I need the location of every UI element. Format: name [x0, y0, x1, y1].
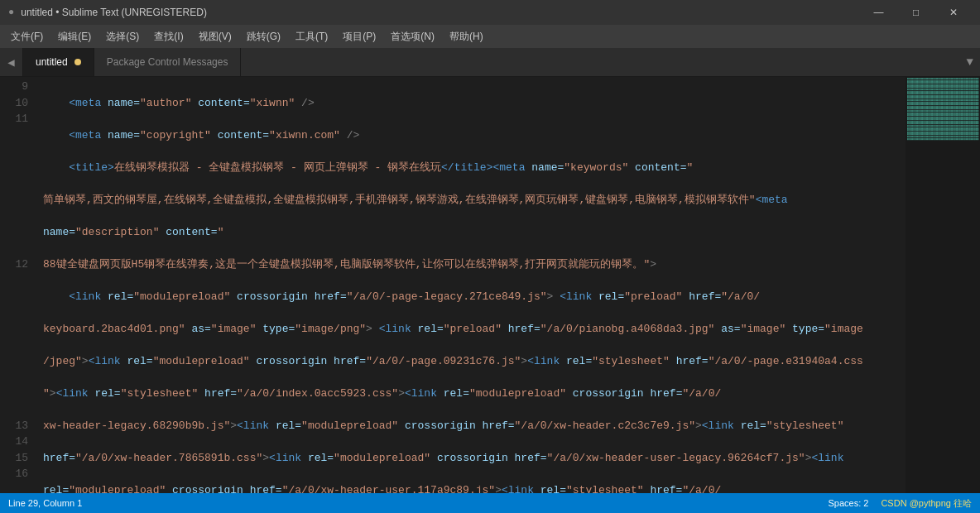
line-number: 14	[0, 434, 28, 450]
code-line-9: <meta name="author" content="xiwnn" />	[43, 95, 906, 112]
code-line-10: <meta name="copyright" content="xiwnn.co…	[43, 127, 906, 144]
line-number	[0, 401, 28, 418]
menu-project[interactable]: 项目(P)	[336, 27, 382, 46]
editor: 9 10 11 12 13 14 15 16 17 18 <meta name=…	[0, 77, 980, 493]
tab-label-package-control: Package Control Messages	[107, 56, 228, 68]
line-number	[0, 289, 28, 305]
tab-untitled[interactable]: untitled	[23, 48, 94, 76]
titlebar-left: ● untitled • Sublime Text (UNREGISTERED)	[8, 7, 207, 18]
line-number: 13	[0, 418, 28, 434]
titlebar-controls[interactable]: — □ ✕	[860, 0, 972, 25]
tab-package-control[interactable]: Package Control Messages	[94, 48, 242, 76]
line-number: 12	[0, 256, 28, 273]
menu-prefs[interactable]: 首选项(N)	[384, 27, 441, 46]
tab-label-untitled: untitled	[36, 56, 68, 68]
code-line-12e: xw-header-legacy.68290b9b.js"><link rel=…	[43, 418, 906, 434]
tab-nav-button[interactable]: ◀	[0, 48, 23, 76]
line-number	[0, 192, 28, 209]
minimap: ████████████████████████████████████████…	[906, 77, 980, 493]
line-number: 11	[0, 111, 28, 127]
menu-edit[interactable]: 编辑(E)	[51, 27, 98, 46]
line-number	[0, 240, 28, 256]
line-number	[0, 224, 28, 241]
code-line-11c: name="description" content="	[43, 224, 906, 241]
minimize-button[interactable]: —	[860, 0, 897, 25]
menu-view[interactable]: 视图(V)	[192, 27, 238, 46]
menu-select[interactable]: 选择(S)	[99, 27, 146, 46]
cursor-position: Line 29, Column 1	[8, 498, 82, 508]
line-number	[0, 386, 28, 402]
chevron-down-icon[interactable]: ▼	[967, 55, 973, 69]
code-line-12c: /jpeg"><link rel="modulepreload" crossor…	[43, 353, 906, 370]
menu-goto[interactable]: 跳转(G)	[240, 27, 287, 46]
tabbar: ◀ untitled Package Control Messages ▼	[0, 48, 980, 77]
menu-file[interactable]: 文件(F)	[4, 27, 50, 46]
line-number	[0, 160, 28, 176]
line-number	[0, 353, 28, 370]
line-number	[0, 369, 28, 386]
line-number: 10	[0, 95, 28, 112]
line-number	[0, 127, 28, 144]
titlebar-title: untitled • Sublime Text (UNREGISTERED)	[21, 7, 207, 18]
statusbar-left: Line 29, Column 1	[8, 498, 82, 508]
line-number	[0, 482, 28, 494]
line-number	[0, 208, 28, 224]
code-line-12g: rel="modulepreload" crossorigin href="/a…	[43, 482, 906, 494]
line-number: 15	[0, 450, 28, 467]
statusbar: Line 29, Column 1 Spaces: 2 CSDN @pythpn…	[0, 493, 980, 513]
line-number	[0, 272, 28, 289]
titlebar: ● untitled • Sublime Text (UNREGISTERED)…	[0, 0, 980, 25]
line-number	[0, 143, 28, 160]
minimap-content: ████████████████████████████████████████…	[906, 77, 980, 493]
line-number	[0, 337, 28, 353]
tab-dirty-indicator	[74, 59, 81, 65]
code-line-12a: <link rel="modulepreload" crossorigin hr…	[43, 289, 906, 305]
code-line-12b: keyboard.2bac4d01.png" as="image" type="…	[43, 321, 906, 338]
line-number	[0, 304, 28, 321]
code-line-11a: <title>在线钢琴模拟器 - 全键盘模拟钢琴 - 网页上弹钢琴 - 钢琴在线…	[43, 160, 906, 176]
menu-help[interactable]: 帮助(H)	[443, 27, 490, 46]
line-numbers: 9 10 11 12 13 14 15 16 17 18	[0, 77, 35, 493]
indentation-info: Spaces: 2	[828, 498, 868, 508]
maximize-button[interactable]: □	[897, 0, 934, 25]
close-button[interactable]: ✕	[934, 0, 972, 25]
author-info: CSDN @pythpng 往哈	[881, 497, 972, 510]
line-number: 9	[0, 79, 28, 95]
code-line-12f: href="/a/0/xw-header.7865891b.css"><link…	[43, 450, 906, 467]
line-number: 16	[0, 466, 28, 482]
menu-find[interactable]: 查找(I)	[147, 27, 190, 46]
app-icon: ●	[8, 7, 14, 18]
code-line-12d: "><link rel="stylesheet" href="/a/0/inde…	[43, 386, 906, 402]
code-area[interactable]: <meta name="author" content="xiwnn" /> <…	[35, 77, 906, 493]
line-number	[0, 175, 28, 192]
menu-tools[interactable]: 工具(T)	[289, 27, 334, 46]
menubar: 文件(F) 编辑(E) 选择(S) 查找(I) 视图(V) 跳转(G) 工具(T…	[0, 25, 980, 48]
line-number	[0, 321, 28, 338]
code-line-11b: 简单钢琴,西文的钢琴屋,在线钢琴,全键盘模拟,全键盘模拟钢琴,手机弹钢琴,钢琴游…	[43, 192, 906, 209]
tabbar-right-controls[interactable]: ▼	[967, 48, 980, 76]
statusbar-right: Spaces: 2 CSDN @pythpng 往哈	[828, 497, 972, 510]
code-line-11d: 88键全键盘网页版H5钢琴在线弹奏,这是一个全键盘模拟钢琴,电脑版钢琴软件,让你…	[43, 256, 906, 273]
